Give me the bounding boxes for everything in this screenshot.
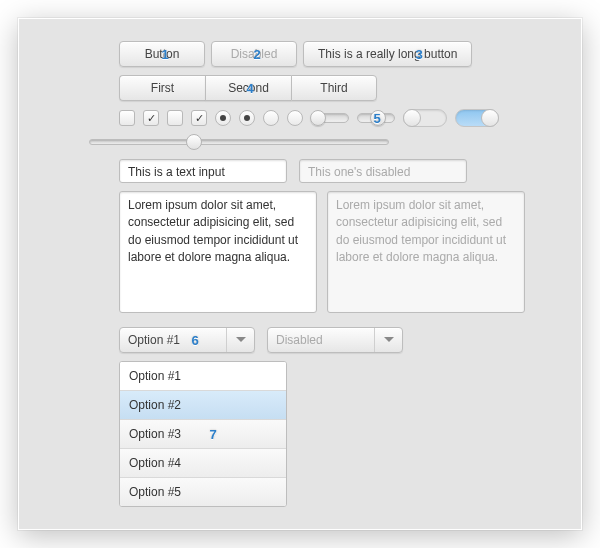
checkbox-4[interactable]: ✓ [191, 110, 207, 126]
textarea-disabled-value: Lorem ipsum dolor sit amet, consectetur … [336, 198, 506, 264]
list-item-label: Option #2 [129, 398, 181, 412]
textarea-value: Lorem ipsum dolor sit amet, consectetur … [128, 198, 298, 264]
mini-slider-1[interactable] [311, 113, 349, 123]
radio-1[interactable] [215, 110, 231, 126]
button-primary[interactable]: Button 1 [119, 41, 205, 67]
annotation-6-icon: 6 [186, 331, 204, 349]
select-disabled-value: Disabled [276, 333, 323, 347]
button-disabled: Disabled 2 [211, 41, 297, 67]
toggle-off[interactable] [403, 109, 447, 127]
list-item-label: Option #3 [129, 427, 181, 441]
checkbox-1[interactable] [119, 110, 135, 126]
radio-4[interactable] [287, 110, 303, 126]
mini-slider-2[interactable]: 5 [357, 113, 395, 123]
toggle-on[interactable] [455, 109, 499, 127]
list-item-label: Option #5 [129, 485, 181, 499]
text-input-disabled: This one's disabled [299, 159, 467, 183]
text-input-placeholder: This one's disabled [308, 165, 410, 179]
list-item-3[interactable]: Option #3 7 [120, 420, 286, 449]
segment-label: Third [320, 81, 347, 95]
checkbox-2[interactable]: ✓ [143, 110, 159, 126]
button-label: Button [145, 47, 180, 61]
segment-first[interactable]: First [119, 75, 205, 101]
text-input-value: This is a text input [128, 165, 225, 179]
list-item[interactable]: Option #1 [120, 362, 286, 391]
annotation-7-icon: 7 [204, 425, 222, 443]
segment-second[interactable]: Second 4 [205, 75, 291, 101]
ui-kit-panel: Button 1 Disabled 2 This is a really lon… [18, 18, 582, 530]
button-label: This is a really long button [318, 47, 457, 61]
checkbox-3[interactable] [167, 110, 183, 126]
segment-label: Second [228, 81, 269, 95]
chevron-down-icon [374, 328, 402, 352]
select-value: Option #1 [128, 333, 180, 347]
text-input[interactable]: This is a text input [119, 159, 287, 183]
select-dropdown[interactable]: Option #1 6 [119, 327, 255, 353]
list-item[interactable]: Option #2 [120, 391, 286, 420]
slider-large[interactable] [89, 139, 389, 145]
textarea[interactable]: Lorem ipsum dolor sit amet, consectetur … [119, 191, 317, 313]
segment-label: First [151, 81, 174, 95]
listbox[interactable]: Option #1 Option #2 Option #3 7 Option #… [119, 361, 287, 507]
radio-3[interactable] [263, 110, 279, 126]
segment-third[interactable]: Third [291, 75, 377, 101]
chevron-down-icon [226, 328, 254, 352]
radio-2[interactable] [239, 110, 255, 126]
button-label: Disabled [231, 47, 278, 61]
list-item[interactable]: Option #5 [120, 478, 286, 506]
list-item-label: Option #4 [129, 456, 181, 470]
button-long[interactable]: This is a really long button 3 [303, 41, 472, 67]
textarea-disabled: Lorem ipsum dolor sit amet, consectetur … [327, 191, 525, 313]
select-dropdown-disabled: Disabled [267, 327, 403, 353]
list-item[interactable]: Option #4 [120, 449, 286, 478]
list-item-label: Option #1 [129, 369, 181, 383]
